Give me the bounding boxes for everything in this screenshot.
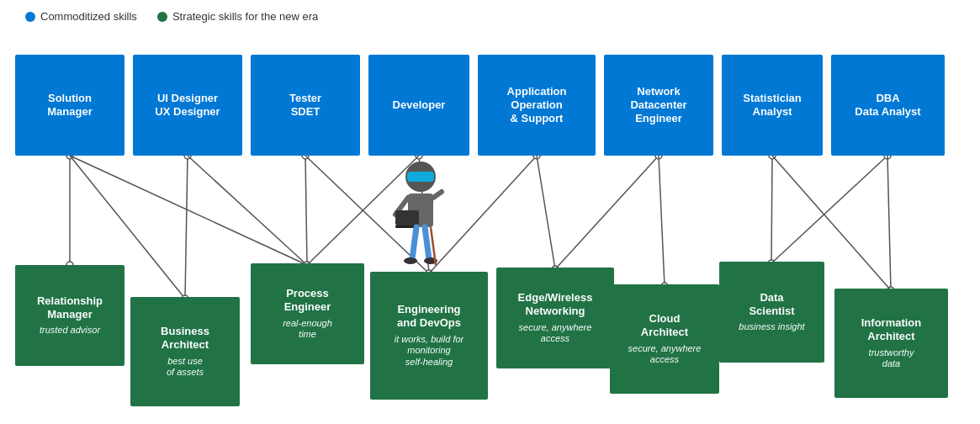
cloud-architect-label: CloudArchitect xyxy=(641,312,688,340)
relationship-manager-subtitle: trusted advisor xyxy=(40,325,100,337)
cloud-architect-box: CloudArchitect secure, anywhereaccess xyxy=(610,284,719,394)
ui-designer-box: UI DesignerUX Designer xyxy=(133,55,242,156)
svg-point-42 xyxy=(404,257,417,264)
legend: Commoditized skills Strategic skills for… xyxy=(0,0,980,29)
business-architect-label: BusinessArchitect xyxy=(161,325,209,352)
data-scientist-subtitle: business insight xyxy=(739,321,804,333)
svg-line-9 xyxy=(305,156,307,265)
business-architect-subtitle: best useof assets xyxy=(167,356,204,379)
dba-box: DBAData Analyst xyxy=(831,55,945,156)
relationship-manager-label: RelationshipManager xyxy=(37,294,103,322)
svg-line-30 xyxy=(887,156,891,290)
info-architect-label: InformationArchitect xyxy=(861,316,922,344)
edge-networking-subtitle: secure, anywhereaccess xyxy=(519,322,592,346)
svg-line-4 xyxy=(70,156,307,265)
process-engineer-label: ProcessEngineer xyxy=(284,287,331,315)
network-box: NetworkDatacenterEngineer xyxy=(604,55,713,156)
app-ops-box: ApplicationOperation& Support xyxy=(478,55,596,156)
cloud-architect-subtitle: secure, anywhereaccess xyxy=(628,343,702,367)
engineering-devops-subtitle: it works, build formonitoringself-healin… xyxy=(395,334,464,368)
info-architect-subtitle: trustworthydata xyxy=(869,347,914,371)
svg-line-19 xyxy=(537,156,555,269)
solution-manager-label: SolutionManager xyxy=(47,92,92,119)
svg-line-21 xyxy=(555,156,659,269)
info-architect-box: InformationArchitect trustworthydata xyxy=(834,289,948,398)
network-label: NetworkDatacenterEngineer xyxy=(630,85,686,126)
data-scientist-label: DataScientist xyxy=(749,291,794,319)
svg-rect-34 xyxy=(407,172,434,182)
business-architect-box: BusinessArchitect best useof assets xyxy=(130,297,240,406)
legend-commoditized: Commoditized skills xyxy=(25,10,137,23)
engineering-devops-label: Engineeringand DevOps xyxy=(397,303,461,331)
commoditized-label: Commoditized skills xyxy=(40,10,137,23)
svg-line-41 xyxy=(425,227,429,259)
person-svg xyxy=(387,160,454,269)
relationship-manager-box: RelationshipManager trusted advisor xyxy=(15,265,124,366)
person-figure xyxy=(387,160,454,269)
developer-box: Developer xyxy=(368,55,469,156)
tester-label: TesterSDET xyxy=(289,92,321,119)
ui-designer-label: UI DesignerUX Designer xyxy=(155,92,220,119)
strategic-dot xyxy=(157,12,167,22)
svg-line-8 xyxy=(188,156,307,265)
diagram: SolutionManager UI DesignerUX Designer T… xyxy=(0,29,980,416)
tester-box: TesterSDET xyxy=(251,55,360,156)
legend-strategic: Strategic skills for the new era xyxy=(157,10,318,23)
statistician-box: StatisticianAnalyst xyxy=(722,55,823,156)
svg-line-25 xyxy=(771,156,772,263)
svg-line-23 xyxy=(659,156,665,286)
app-ops-label: ApplicationOperation& Support xyxy=(507,85,567,126)
svg-line-40 xyxy=(412,227,416,259)
process-engineer-box: ProcessEngineer real-enoughtime xyxy=(251,263,364,364)
svg-line-28 xyxy=(771,156,887,263)
statistician-label: StatisticianAnalyst xyxy=(743,92,801,119)
process-engineer-subtitle: real-enoughtime xyxy=(283,318,332,342)
commoditized-dot xyxy=(25,12,35,22)
solution-manager-box: SolutionManager xyxy=(15,55,124,156)
strategic-label: Strategic skills for the new era xyxy=(172,10,318,23)
developer-label: Developer xyxy=(393,98,446,112)
dba-label: DBAData Analyst xyxy=(855,92,920,119)
edge-networking-box: Edge/WirelessNetworking secure, anywhere… xyxy=(496,268,614,368)
engineering-devops-box: Engineeringand DevOps it works, build fo… xyxy=(370,272,488,400)
data-scientist-box: DataScientist business insight xyxy=(719,262,824,363)
svg-line-5 xyxy=(185,156,188,299)
edge-networking-label: Edge/WirelessNetworking xyxy=(518,291,593,319)
svg-line-39 xyxy=(433,192,442,198)
svg-rect-37 xyxy=(395,210,419,225)
